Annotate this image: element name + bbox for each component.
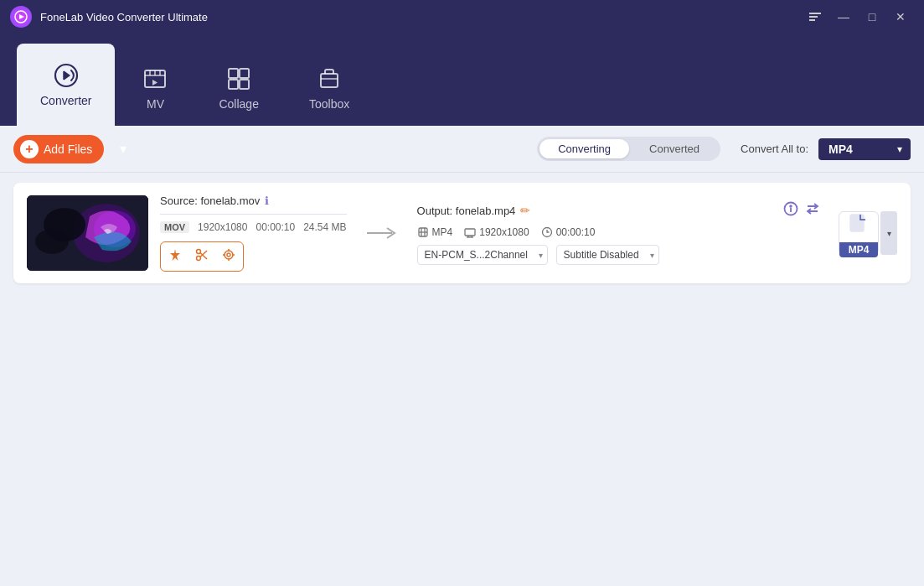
svg-point-26 <box>225 251 233 259</box>
svg-rect-13 <box>229 80 238 89</box>
format-select-wrapper: MP4 MKV AVI MOV ▾ <box>818 138 911 160</box>
file-size: 24.54 MB <box>303 221 346 233</box>
add-files-label: Add Files <box>44 143 92 156</box>
output-edit-icon[interactable]: ✏ <box>520 204 530 217</box>
svg-point-22 <box>197 257 201 261</box>
output-actions <box>783 201 820 220</box>
add-files-button[interactable]: + Add Files <box>13 135 104 163</box>
effects-button[interactable] <box>217 245 240 268</box>
output-format-item: MP4 <box>417 226 453 238</box>
toolbox-tab-label: Toolbox <box>309 97 349 111</box>
svg-rect-12 <box>240 69 249 78</box>
convert-arrow <box>359 225 405 241</box>
svg-rect-15 <box>321 74 338 87</box>
format-select[interactable]: MP4 MKV AVI MOV <box>818 138 911 160</box>
output-format-badge[interactable]: MP4 <box>839 211 879 255</box>
svg-marker-1 <box>19 14 24 19</box>
file-meta: MOV 1920x1080 00:00:10 24.54 MB <box>160 221 347 233</box>
svg-rect-4 <box>809 19 815 21</box>
file-format-tag: MOV <box>160 221 189 233</box>
app-title: FoneLab Video Converter Ultimate <box>40 11 802 23</box>
converter-tab-label: Converter <box>40 94 91 107</box>
file-actions <box>160 241 244 272</box>
output-meta: MP4 1920x1080 00:00:10 <box>417 226 820 238</box>
svg-rect-3 <box>809 16 818 18</box>
output-source-row: Output: fonelab.mp4 ✏ <box>417 204 531 217</box>
output-duration-item: 00:00:10 <box>541 226 596 238</box>
mp4-file-icon <box>847 210 870 242</box>
output-resolution-text: 1920x1080 <box>479 226 529 238</box>
file-divider <box>160 214 347 215</box>
title-bar: FoneLab Video Converter Ultimate — □ ✕ <box>0 0 924 34</box>
conversion-tab-switch: Converting Converted <box>537 137 720 161</box>
svg-rect-14 <box>240 80 249 89</box>
audio-track-select[interactable]: EN-PCM_S...2Channel <box>417 245 548 265</box>
file-source-text: Source: fonelab.mov <box>160 194 260 207</box>
add-files-dropdown-arrow[interactable]: ▾ <box>114 140 132 158</box>
converting-tab-btn[interactable]: Converting <box>539 139 629 158</box>
svg-rect-11 <box>229 69 238 78</box>
file-output-right: Output: fonelab.mp4 ✏ <box>417 201 820 265</box>
output-label-text: Output: fonelab.mp4 <box>417 205 516 217</box>
minimize-button[interactable]: — <box>830 4 857 29</box>
svg-rect-45 <box>850 215 864 231</box>
file-item: Source: fonelab.mov ℹ MOV 1920x1080 00:0… <box>13 183 911 283</box>
collage-tab-label: Collage <box>219 97 258 111</box>
audio-track-wrapper: EN-PCM_S...2Channel ▾ <box>417 245 548 265</box>
tab-bar: Converter MV Collage Toolbox <box>0 34 924 126</box>
swap-format-button[interactable] <box>805 201 820 220</box>
file-resolution: 1920x1080 <box>198 221 247 233</box>
window-controls: — □ ✕ <box>802 4 914 29</box>
svg-point-21 <box>44 208 85 241</box>
tab-collage[interactable]: Collage <box>195 50 281 126</box>
caption-button[interactable] <box>802 4 829 29</box>
toolbar: + Add Files ▾ Converting Converted Conve… <box>0 126 924 173</box>
close-button[interactable]: ✕ <box>887 4 914 29</box>
output-format-text: MP4 <box>432 226 453 238</box>
enhance-button[interactable] <box>163 245 187 268</box>
file-source-row: Source: fonelab.mov ℹ <box>160 194 347 207</box>
tab-toolbox[interactable]: Toolbox <box>286 50 373 126</box>
mv-tab-label: MV <box>147 97 164 111</box>
file-thumbnail <box>27 195 148 271</box>
output-resolution-item: 1920x1080 <box>464 226 529 238</box>
subtitle-wrapper: Subtitle Disabled ▾ <box>556 245 659 265</box>
main-content: Source: fonelab.mov ℹ MOV 1920x1080 00:0… <box>0 173 924 586</box>
file-duration: 00:00:10 <box>256 221 295 233</box>
svg-point-27 <box>227 253 230 257</box>
svg-rect-40 <box>465 229 475 236</box>
format-dropdown-button[interactable]: ▾ <box>880 211 897 255</box>
maximize-button[interactable]: □ <box>859 4 885 29</box>
file-list: Source: fonelab.mov ℹ MOV 1920x1080 00:0… <box>0 173 924 586</box>
output-duration-text: 00:00:10 <box>556 226 596 238</box>
mp4-badge-label: MP4 <box>839 242 878 257</box>
tab-mv[interactable]: MV <box>118 50 192 126</box>
converted-tab-btn[interactable]: Converted <box>631 139 718 158</box>
file-info-button[interactable] <box>783 201 798 220</box>
cut-button[interactable] <box>190 245 214 268</box>
plus-icon: + <box>20 140 39 158</box>
svg-point-35 <box>790 205 792 207</box>
convert-all-to-label: Convert All to: <box>741 143 808 155</box>
source-info-icon[interactable]: ℹ <box>265 194 269 207</box>
output-selects: EN-PCM_S...2Channel ▾ Subtitle Disabled … <box>417 245 820 265</box>
svg-rect-2 <box>809 13 821 14</box>
tab-converter[interactable]: Converter <box>17 44 115 126</box>
subtitle-select[interactable]: Subtitle Disabled <box>556 245 659 265</box>
app-logo <box>10 6 32 28</box>
svg-point-23 <box>197 250 201 254</box>
file-info-left: Source: fonelab.mov ℹ MOV 1920x1080 00:0… <box>160 194 347 272</box>
